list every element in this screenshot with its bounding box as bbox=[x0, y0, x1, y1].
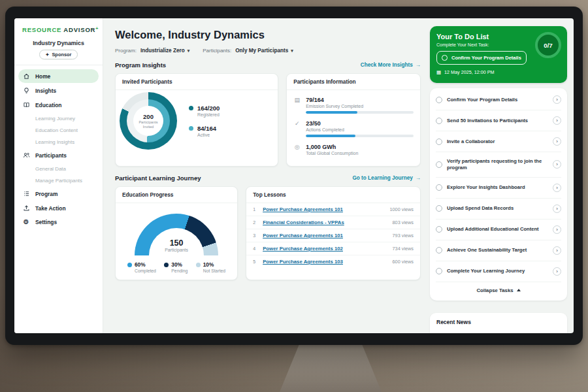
progress-bar-fill bbox=[306, 111, 357, 114]
lesson-link[interactable]: Financial Considerations - VPPAs bbox=[263, 220, 387, 225]
task-label: Explore Your Insights Dashboard bbox=[447, 184, 548, 191]
task-label: Confirm Your Program Details bbox=[447, 97, 548, 103]
due-date: ▦ 12 May 2025, 12:00 PM bbox=[436, 69, 561, 75]
legend-value: 84/164 bbox=[197, 125, 216, 132]
chevron-right-icon[interactable]: › bbox=[553, 204, 561, 213]
legend-value: 60% bbox=[135, 261, 146, 268]
sponsor-label: Sponsor bbox=[52, 52, 71, 57]
collapse-tasks-button[interactable]: Collapse Tasks bbox=[436, 282, 561, 299]
lesson-link[interactable]: Power Purchase Agreements 103 bbox=[263, 259, 387, 265]
checkbox-icon[interactable] bbox=[436, 226, 442, 233]
chevron-right-icon[interactable]: › bbox=[553, 116, 561, 125]
task-label: Achieve One Sustainability Target bbox=[447, 247, 548, 253]
lesson-rank: 5 bbox=[253, 259, 258, 264]
sidebar-item-program[interactable]: Program bbox=[18, 187, 99, 201]
lesson-views: 600 views bbox=[393, 259, 414, 265]
filters-bar: Program: Industrialize Zero ▾ Participan… bbox=[115, 48, 421, 54]
checkbox-icon[interactable] bbox=[436, 268, 442, 274]
page-title: Welcome, Industry Dynamics bbox=[115, 29, 421, 41]
donut-inner-ring: 200 Participants Invited bbox=[127, 99, 170, 142]
book-icon bbox=[22, 101, 30, 108]
task-row[interactable]: Complete Your Learning Journey › bbox=[436, 261, 561, 282]
sidebar-item-education[interactable]: Education bbox=[18, 98, 99, 112]
sidebar-item-settings[interactable]: ⚙ Settings bbox=[18, 216, 99, 229]
checkbox-icon[interactable] bbox=[436, 247, 442, 253]
sidebar-item-general-data[interactable]: General Data bbox=[18, 163, 99, 174]
lesson-link[interactable]: Power Purchase Agreements 101 bbox=[263, 206, 385, 212]
info-row: ▤ 79/164 Emission Survey Completed bbox=[293, 97, 414, 114]
top-lessons-card: Top Lessons 1 Power Purchase Agreements … bbox=[246, 186, 421, 280]
sidebar-item-insights[interactable]: Insights bbox=[18, 84, 99, 97]
dashboard-screen: RESOURCE ADVISOR+ Industry Dynamics ✦ Sp… bbox=[14, 18, 574, 333]
sidebar-divider bbox=[14, 65, 103, 65]
lesson-link[interactable]: Power Purchase Agreements 102 bbox=[263, 246, 387, 252]
sidebar-item-education-content[interactable]: Education Content bbox=[18, 124, 99, 136]
chevron-right-icon[interactable]: › bbox=[553, 184, 561, 192]
lesson-link[interactable]: Power Purchase Agreements 101 bbox=[263, 233, 387, 238]
program-select[interactable]: Industrialize Zero ▾ bbox=[140, 48, 189, 54]
chevron-right-icon[interactable]: › bbox=[553, 246, 561, 255]
lesson-views: 793 views bbox=[393, 233, 414, 238]
task-label: Upload Additional Educational Content bbox=[447, 226, 548, 233]
info-row: ◎ 1,000 GWh Total Global Consumption bbox=[293, 144, 414, 158]
next-task-label: Confirm Your Program Details bbox=[451, 55, 521, 61]
task-row[interactable]: Confirm Your Program Details › bbox=[436, 90, 561, 110]
sidebar-item-learning-journey[interactable]: Learning Journey bbox=[18, 112, 99, 124]
task-row[interactable]: Achieve One Sustainability Target › bbox=[436, 240, 561, 261]
todo-summary-card: Your To Do List 0/7 Complete Your Next T… bbox=[430, 26, 567, 83]
chevron-right-icon[interactable]: › bbox=[553, 160, 561, 169]
task-row[interactable]: Upload Additional Educational Content › bbox=[436, 220, 561, 240]
info-value: 79/164 bbox=[306, 97, 414, 103]
legend-value: 164/200 bbox=[197, 105, 220, 112]
check-more-insights-link[interactable]: Check More Insights → bbox=[361, 62, 421, 68]
program-select-value: Industrialize Zero bbox=[140, 48, 185, 54]
checkbox-icon[interactable] bbox=[436, 118, 442, 124]
checkbox-icon[interactable] bbox=[436, 97, 442, 103]
lesson-row: 1 Power Purchase Agreements 101 1000 vie… bbox=[246, 203, 420, 216]
checkmark-icon: ✓ bbox=[293, 120, 301, 137]
chevron-right-icon[interactable]: › bbox=[553, 137, 561, 146]
checkbox-icon[interactable] bbox=[436, 161, 442, 168]
sidebar-item-take-action[interactable]: Take Action bbox=[18, 201, 99, 215]
task-row[interactable]: Verify participants requesting to join t… bbox=[436, 152, 561, 178]
task-row[interactable]: Upload Spend Data Records › bbox=[436, 199, 561, 220]
next-task-pill[interactable]: Confirm Your Program Details bbox=[436, 51, 527, 65]
checkbox-icon[interactable] bbox=[436, 139, 442, 145]
donut-center-value: 200 bbox=[143, 113, 154, 120]
card-title: Invited Participants bbox=[116, 74, 278, 90]
chevron-right-icon[interactable]: › bbox=[553, 95, 561, 104]
caret-up-icon bbox=[517, 289, 521, 291]
sponsor-icon: ✦ bbox=[46, 52, 50, 57]
task-row[interactable]: Invite a Collaborator › bbox=[436, 131, 561, 152]
task-row[interactable]: Send 50 Invitations to Participants › bbox=[436, 110, 561, 131]
task-label: Send 50 Invitations to Participants bbox=[447, 118, 548, 124]
participants-filter-label: Participants: bbox=[203, 48, 231, 54]
invited-participants-card: Invited Participants 200 Participants In… bbox=[115, 73, 278, 167]
sidebar-item-manage-participants[interactable]: Manage Participants bbox=[18, 174, 99, 186]
checkbox-icon[interactable] bbox=[436, 205, 442, 212]
arrow-right-icon: → bbox=[416, 175, 421, 181]
go-to-learning-journey-link[interactable]: Go to Learning Journey → bbox=[352, 175, 421, 181]
legend-dot bbox=[164, 263, 169, 267]
sidebar-item-participants[interactable]: Participants bbox=[18, 148, 99, 162]
chevron-right-icon[interactable]: › bbox=[553, 267, 561, 276]
monitor-bezel: RESOURCE ADVISOR+ Industry Dynamics ✦ Sp… bbox=[5, 7, 583, 345]
participants-select[interactable]: Only My Participants ▾ bbox=[235, 48, 293, 54]
sidebar-item-learning-insights[interactable]: Learning Insights bbox=[18, 136, 99, 148]
task-label: Invite a Collaborator bbox=[447, 139, 548, 145]
progress-bar bbox=[306, 135, 414, 137]
legend-dot bbox=[189, 126, 193, 131]
lesson-views: 1000 views bbox=[389, 206, 414, 212]
task-label: Upload Spend Data Records bbox=[447, 205, 548, 212]
chevron-right-icon[interactable]: › bbox=[553, 225, 561, 234]
lesson-rank: 3 bbox=[253, 233, 258, 238]
sidebar-item-label: Participants bbox=[35, 152, 67, 159]
education-progress-gauge: 150 Participants bbox=[135, 214, 218, 255]
donut-outer-ring: 200 Participants Invited bbox=[120, 92, 177, 150]
sidebar-item-home[interactable]: Home bbox=[18, 69, 99, 83]
chevron-down-icon: ▾ bbox=[188, 48, 190, 54]
legend-item: 30% Pending bbox=[164, 261, 188, 273]
checkbox-icon[interactable] bbox=[436, 184, 442, 191]
task-row[interactable]: Explore Your Insights Dashboard › bbox=[436, 178, 561, 199]
legend-item: 84/164 Active bbox=[189, 125, 220, 137]
